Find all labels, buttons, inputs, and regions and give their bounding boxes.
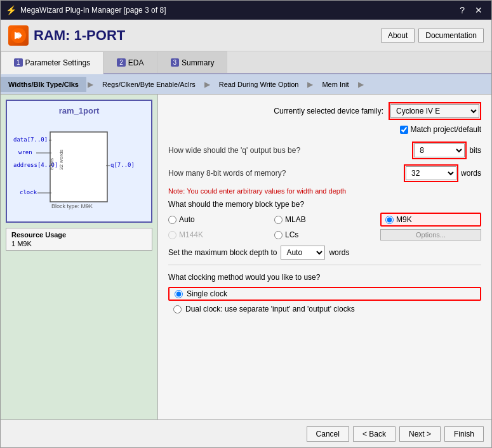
- svg-text:wren: wren: [18, 149, 32, 155]
- main-content: ram_1port data[7..0] wren address[4..0] …: [1, 95, 491, 419]
- header: RAM: 1-PORT About Documentation: [1, 20, 491, 51]
- main-window: ⚡ MegaWizard Plug-In Manager [page 3 of …: [0, 0, 492, 448]
- dual-clock-radio[interactable]: [173, 305, 182, 313]
- tab1-label: Parameter Settings: [25, 58, 91, 67]
- mlab-radio[interactable]: [274, 216, 283, 224]
- right-panel: Currently selected device family: Cyclon…: [158, 95, 491, 419]
- app-title-text: RAM: 1-PORT: [34, 27, 125, 44]
- device-select-wrapper: Cyclone IV E Cyclone V Arria II Stratix …: [389, 102, 481, 120]
- radio-m144k: M144K: [168, 229, 269, 240]
- svg-text:8 bits: 8 bits: [49, 158, 55, 170]
- title-bar-left: ⚡ MegaWizard Plug-In Manager [page 3 of …: [6, 5, 166, 15]
- device-family-row: Currently selected device family: Cyclon…: [168, 102, 481, 120]
- block-type-section: What should the memory block type be? Au…: [168, 200, 481, 240]
- block-type-options: Auto MLAB M9K M144K: [168, 213, 481, 240]
- depth-row: Set the maximum block depth to Auto 64 1…: [168, 246, 481, 260]
- m9k-label: M9K: [396, 215, 412, 224]
- app-title-area: RAM: 1-PORT: [8, 25, 125, 46]
- tab-eda[interactable]: 2 EDA: [103, 51, 157, 73]
- tab-summary[interactable]: 3 Summary: [157, 51, 228, 73]
- radio-mlab: MLAB: [274, 213, 375, 227]
- device-family-label: Currently selected device family:: [274, 107, 383, 115]
- clock-section: What clocking method would you like to u…: [168, 273, 481, 313]
- match-label: Match project/default: [411, 125, 481, 134]
- tab2-num: 2: [117, 58, 126, 67]
- app-icon: [8, 25, 29, 46]
- about-button[interactable]: About: [381, 29, 415, 43]
- lcs-radio[interactable]: [274, 231, 283, 239]
- back-button[interactable]: < Back: [353, 426, 396, 442]
- auto-radio[interactable]: [168, 216, 176, 224]
- nav-rdw-label: Read During Write Option: [219, 81, 299, 88]
- module-name: ram_1port: [12, 106, 146, 115]
- diagram-svg: data[7..0] wren address[4..0] clock q[7.…: [12, 119, 145, 214]
- words-question: How many 8-bit words of memory?: [168, 169, 404, 178]
- svg-text:Block type: M9K: Block type: M9K: [51, 203, 93, 209]
- match-checkbox[interactable]: [400, 126, 408, 134]
- m9k-radio[interactable]: [385, 216, 394, 224]
- auto-label: Auto: [179, 215, 195, 224]
- divider: [168, 265, 481, 265]
- single-clock-item: Single clock: [168, 287, 481, 301]
- title-bar-buttons: ? ✕: [456, 4, 486, 16]
- block-diagram: ram_1port data[7..0] wren address[4..0] …: [6, 100, 152, 223]
- single-clock-label: Single clock: [187, 289, 227, 298]
- clock-question: What clocking method would you like to u…: [168, 273, 481, 282]
- depth-select[interactable]: Auto 64 128 256 512: [281, 246, 325, 260]
- resource-value: 1 M9K: [11, 240, 147, 247]
- q-bus-select-wrapper: 8 16 32: [412, 142, 467, 159]
- nav-widths-label: Widths/Blk Type/Clks: [8, 81, 79, 88]
- q-bus-select[interactable]: 8 16 32: [414, 143, 465, 157]
- tab3-num: 3: [171, 58, 180, 67]
- nav-regs[interactable]: Regs/Clken/Byte Enable/Aclrs: [95, 77, 203, 92]
- options-button[interactable]: Options...: [380, 229, 481, 240]
- nav-read-during-write[interactable]: Read During Write Option: [211, 77, 307, 92]
- m144k-label: M144K: [179, 230, 203, 239]
- cancel-button[interactable]: Cancel: [307, 426, 349, 442]
- lcs-label: LCs: [285, 230, 298, 239]
- words-select[interactable]: 32 64 128 256: [406, 166, 456, 180]
- window-title: MegaWizard Plug-In Manager [page 3 of 8]: [20, 6, 166, 15]
- q-bus-question: How wide should the 'q' output bus be?: [168, 146, 412, 155]
- nav-mem-init[interactable]: Mem Init: [314, 77, 356, 92]
- bottom-bar: Cancel < Back Next > Finish: [1, 419, 491, 447]
- device-family-select[interactable]: Cyclone IV E Cyclone V Arria II Stratix …: [390, 104, 479, 118]
- clock-options: Single clock Dual clock: use separate 'i…: [168, 287, 481, 313]
- resource-label: Resource Usage: [11, 231, 147, 239]
- single-clock-radio[interactable]: [175, 290, 183, 298]
- radio-m9k-highlighted: M9K: [380, 213, 481, 227]
- depth-suffix: words: [329, 248, 349, 257]
- nav-arrow-2: ▶: [203, 80, 211, 89]
- q-bus-row: How wide should the 'q' output bus be? 8…: [168, 142, 481, 159]
- app-icon-small: ⚡: [6, 5, 17, 15]
- depth-prefix: Set the maximum block depth to: [168, 248, 277, 257]
- nav-regs-label: Regs/Clken/Byte Enable/Aclrs: [102, 81, 196, 88]
- tab2-label: EDA: [128, 58, 144, 67]
- help-button[interactable]: ?: [456, 4, 469, 16]
- radio-auto: Auto: [168, 213, 269, 227]
- documentation-button[interactable]: Documentation: [418, 29, 484, 43]
- title-bar: ⚡ MegaWizard Plug-In Manager [page 3 of …: [1, 1, 491, 20]
- left-panel: ram_1port data[7..0] wren address[4..0] …: [1, 95, 158, 419]
- block-type-question: What should the memory block type be?: [168, 200, 481, 209]
- words-select-wrapper: 32 64 128 256: [404, 164, 458, 182]
- dual-clock-label: Dual clock: use separate 'input' and 'ou…: [185, 305, 355, 313]
- q-bus-unit: bits: [469, 146, 481, 155]
- match-row: Match project/default: [168, 125, 481, 134]
- nav-arrow-1: ▶: [86, 80, 95, 89]
- m144k-radio[interactable]: [168, 231, 176, 239]
- next-button[interactable]: Next >: [399, 426, 441, 442]
- radio-lcs: LCs: [274, 229, 375, 240]
- dual-clock-item: Dual clock: use separate 'input' and 'ou…: [168, 305, 481, 313]
- nav-widths[interactable]: Widths/Blk Type/Clks: [1, 77, 86, 92]
- tab1-num: 1: [14, 58, 23, 67]
- tab-bar: 1 Parameter Settings 2 EDA 3 Summary: [1, 51, 491, 74]
- resource-usage-box: Resource Usage 1 M9K: [6, 228, 152, 251]
- wizard-navigation: Widths/Blk Type/Clks ▶ Regs/Clken/Byte E…: [1, 74, 491, 95]
- match-checkbox-item: Match project/default: [400, 125, 481, 134]
- close-button[interactable]: ✕: [471, 4, 486, 16]
- nav-arrow-4: ▶: [357, 80, 365, 89]
- tab-parameter-settings[interactable]: 1 Parameter Settings: [1, 51, 103, 74]
- mlab-label: MLAB: [285, 215, 306, 224]
- finish-button[interactable]: Finish: [444, 426, 484, 442]
